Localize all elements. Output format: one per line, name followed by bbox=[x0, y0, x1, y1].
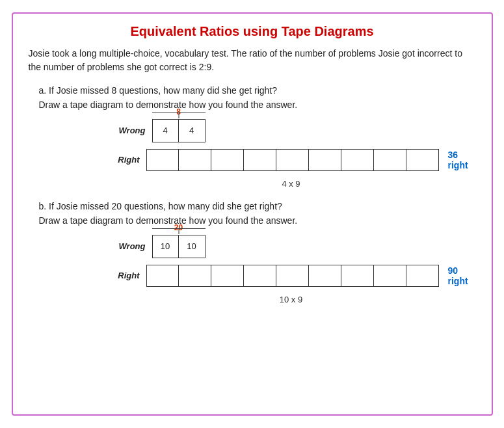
wrong-row-a: Wrong 8 4 4 bbox=[107, 119, 206, 142]
question-b: b. If Josie missed 20 questions, how man… bbox=[29, 199, 476, 228]
right-row-b: Right 90 right bbox=[107, 265, 476, 287]
right-box-a-3 bbox=[244, 149, 276, 171]
answer-a: 36 right bbox=[448, 150, 476, 170]
right-box-b-5 bbox=[309, 265, 341, 287]
right-label-a: Right bbox=[107, 155, 140, 165]
wrong-box-a-1: 4 bbox=[179, 120, 205, 142]
formula-b: 10 x 9 bbox=[29, 295, 476, 304]
intro-text: Josie took a long multiple-choice, vocab… bbox=[29, 47, 476, 74]
wrong-box-b-0: 10 bbox=[153, 235, 179, 258]
right-box-a-6 bbox=[341, 149, 374, 171]
right-box-a-5 bbox=[309, 149, 341, 171]
diagram-a: Wrong 8 4 4 bbox=[29, 119, 476, 175]
right-box-a-2 bbox=[211, 149, 244, 171]
right-box-b-8 bbox=[406, 265, 439, 287]
right-boxes-a bbox=[146, 149, 439, 171]
question-a: a. If Josie missed 8 questions, how many… bbox=[29, 83, 476, 113]
right-label-b: Right bbox=[107, 271, 140, 280]
formula-a: 4 x 9 bbox=[29, 179, 476, 189]
wrong-label-a: Wrong bbox=[107, 126, 146, 135]
wrong-container-a: 8 4 4 bbox=[152, 119, 206, 142]
wrong-container-b: 20 10 10 bbox=[152, 235, 206, 258]
wrong-box-a-0: 4 bbox=[153, 120, 179, 142]
right-box-a-0 bbox=[146, 149, 179, 171]
wrong-label-b: Wrong bbox=[107, 241, 146, 251]
section-a: a. If Josie missed 8 questions, how many… bbox=[29, 83, 476, 189]
right-box-a-7 bbox=[374, 149, 406, 171]
right-boxes-b bbox=[146, 265, 439, 287]
right-box-a-1 bbox=[179, 149, 211, 171]
right-box-a-4 bbox=[276, 149, 309, 171]
page-title: Equivalent Ratios using Tape Diagrams bbox=[29, 24, 476, 39]
right-box-b-7 bbox=[374, 265, 406, 287]
right-box-b-2 bbox=[211, 265, 244, 287]
diagram-b: Wrong 20 10 10 Right bbox=[29, 235, 476, 291]
right-box-a-8 bbox=[406, 149, 439, 171]
main-card: Equivalent Ratios using Tape Diagrams Jo… bbox=[12, 12, 493, 416]
wrong-box-b-1: 10 bbox=[179, 235, 205, 258]
right-box-b-1 bbox=[179, 265, 211, 287]
right-box-b-3 bbox=[244, 265, 276, 287]
wrong-boxes-a: 4 4 bbox=[152, 119, 206, 142]
wrong-row-b: Wrong 20 10 10 bbox=[107, 235, 206, 258]
right-box-b-0 bbox=[146, 265, 179, 287]
right-box-b-6 bbox=[341, 265, 374, 287]
answer-b: 90 right bbox=[448, 265, 476, 286]
right-row-a: Right 36 right bbox=[107, 149, 476, 171]
right-box-b-4 bbox=[276, 265, 309, 287]
section-b: b. If Josie missed 20 questions, how man… bbox=[29, 199, 476, 304]
wrong-boxes-b: 10 10 bbox=[152, 235, 206, 258]
